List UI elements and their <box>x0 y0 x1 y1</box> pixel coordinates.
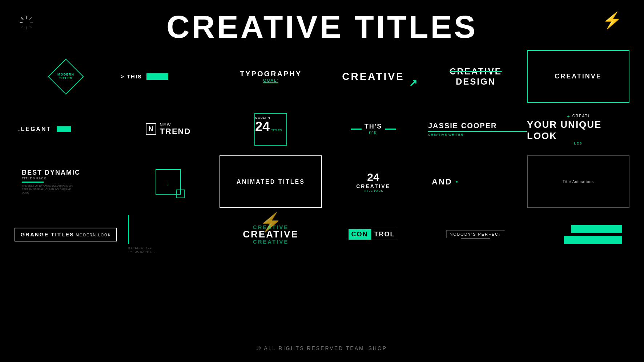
nobodys-line <box>461 238 490 239</box>
card-24creative[interactable]: 24 CREATIVE TITLE PACK <box>322 155 424 208</box>
page-title: CREATIVE TITLES <box>0 0 644 43</box>
elegant-text: .LEGANT <box>18 126 51 133</box>
nt-new: NEW <box>160 122 191 127</box>
vertical-line-accent <box>128 215 129 244</box>
dash-line-right <box>385 129 396 130</box>
modern24-bot: TITLES <box>271 129 282 131</box>
lightning-icon: ⚡ <box>602 11 622 30</box>
card-jassie[interactable]: JASSIE COOPER CREATIVE WRITER <box>424 103 527 155</box>
card-animated-titles[interactable]: ANIMATED TITLES <box>220 155 322 208</box>
card-nobodys[interactable]: NOBODY'S PERFECT <box>424 208 527 261</box>
cl-creative3: CREATIVE <box>253 239 289 245</box>
creative-text: CREATIVE <box>342 71 404 82</box>
creative-design-bottom: DESIGN <box>456 77 496 87</box>
jassie-name: JASSIE COOPER <box>428 122 497 130</box>
creativenve-text: CREATINVE <box>555 73 602 80</box>
card-creative-design[interactable]: CREATIVE DESIGN <box>424 50 527 103</box>
dash-line-left <box>351 129 362 130</box>
card-creative-lightning[interactable]: ⚡ CREATIVE CREATIVE CREATIVE <box>220 208 322 261</box>
card-elegant[interactable]: .LEGANT <box>15 103 117 155</box>
arrow-accent: ↗ <box>409 77 417 89</box>
modern24-num: 24 <box>255 119 270 134</box>
green-bar-2 <box>564 236 622 244</box>
diamond-shape: MODERNTITLES <box>48 58 84 94</box>
card-creative-arrow[interactable]: CREATIVE ↗ <box>322 50 424 103</box>
do-this-content: > THIS <box>121 73 168 80</box>
this-ok-text: TH'S 0'K <box>365 123 382 135</box>
jassie-sub: CREATIVE WRITER <box>428 133 463 137</box>
loading-icon <box>18 15 35 31</box>
cards-grid: MODERNTITLES > THIS TYPOGRAPHY QUAL' CRE… <box>0 50 644 261</box>
ul-plus: + <box>567 113 570 119</box>
and-text: AND * <box>432 177 459 187</box>
card-this-ok[interactable]: TH'S 0'K <box>322 103 424 155</box>
card-control[interactable]: CON TROL <box>322 208 424 261</box>
title-anim-text: Title Animations <box>563 180 594 184</box>
jassie-bar <box>428 131 527 132</box>
card-creativenve[interactable]: CREATINVE <box>527 50 629 103</box>
nt-text: NEW TREND <box>160 122 191 136</box>
animated-titles-text: ANIMATED TITLES <box>237 179 305 185</box>
corner-dots: : <box>167 181 169 187</box>
nobodys-text: NOBODY'S PERFECT <box>446 230 505 238</box>
bd-title: BEST DYNAMIC <box>22 169 80 176</box>
svg-line-4 <box>21 17 23 20</box>
svg-line-7 <box>21 26 23 28</box>
svg-line-5 <box>29 26 32 28</box>
grange-top: GRANGE TITLES <box>20 231 74 237</box>
card-best-dynamic[interactable]: BEST DYNAMIC TITLES PACK THE BEST OF DYN… <box>15 155 117 208</box>
corner-box-shape: : <box>156 169 181 195</box>
ul-creative-label: + CREATI <box>567 113 589 119</box>
card-new-trend[interactable]: N NEW TREND <box>117 103 220 155</box>
bd-line <box>22 182 44 183</box>
footer-copyright: © ALL RIGHTS RESERVED TEAM_SHOP <box>0 345 644 351</box>
card-green-bars[interactable] <box>527 208 629 261</box>
cl-creative1: CREATIVE <box>253 224 289 230</box>
green-bar-elegant <box>57 126 71 132</box>
card-diamond[interactable]: MODERNTITLES <box>15 50 117 103</box>
grange-box: GRANGE TITLES MODERN LOOK <box>15 228 117 241</box>
ok-text: 0'K <box>369 130 378 135</box>
card-and[interactable]: AND * <box>424 155 527 208</box>
modern24-box: MODERN 24 TITLES <box>254 113 287 146</box>
bd-sub: TITLES PACK <box>22 176 47 180</box>
control-con: CON <box>349 229 371 240</box>
control-trol: TROL <box>371 229 398 240</box>
green-bar-do-this <box>146 73 168 80</box>
tc-creative: CREATIVE <box>356 183 390 189</box>
svg-line-6 <box>29 17 32 20</box>
card-modern24[interactable]: MODERN 24 TITLES <box>220 103 322 155</box>
card-typography[interactable]: TYPOGRAPHY QUAL' <box>220 50 322 103</box>
card-title-anim[interactable]: Title Animations <box>527 155 629 208</box>
grange-bot: MODERN LOOK <box>76 233 111 237</box>
card-grange[interactable]: GRANGE TITLES MODERN LOOK <box>15 208 117 261</box>
ul-main: YOUR UNIQUE LOOK <box>527 119 629 142</box>
this-text: TH'S <box>365 123 382 130</box>
do-this-text: > THIS <box>121 73 142 80</box>
card-vertical-line[interactable]: HYPER STYLE TYPOGRAPHY... <box>117 208 220 261</box>
card-corner-box[interactable]: : <box>117 155 220 208</box>
bd-desc: THE BEST OF DYNAMIC BOLD BRAND ON STEP B… <box>22 184 76 195</box>
nt-letter-box: N <box>146 123 156 135</box>
typography-main: TYPOGRAPHY <box>240 70 302 78</box>
ul-sub: LES <box>574 142 582 145</box>
ul-creative-text: CREATI <box>572 114 590 118</box>
diamond-text: MODERNTITLES <box>57 73 74 80</box>
vl-text: HYPER STYLE TYPOGRAPHY... <box>128 246 172 254</box>
elegant-content: .LEGANT <box>18 126 71 133</box>
typography-sub: QUAL' <box>263 78 278 83</box>
tc-24: 24 <box>367 171 379 183</box>
tc-sub: TITLE PACK <box>363 189 383 192</box>
nt-trend: TREND <box>160 127 191 136</box>
card-do-this[interactable]: > THIS <box>117 50 220 103</box>
card-unique-look[interactable]: + CREATI YOUR UNIQUE LOOK LES <box>527 103 629 155</box>
green-bar-1 <box>571 225 622 233</box>
creative-design-top: CREATIVE <box>450 66 502 77</box>
and-dot: * <box>456 180 459 186</box>
